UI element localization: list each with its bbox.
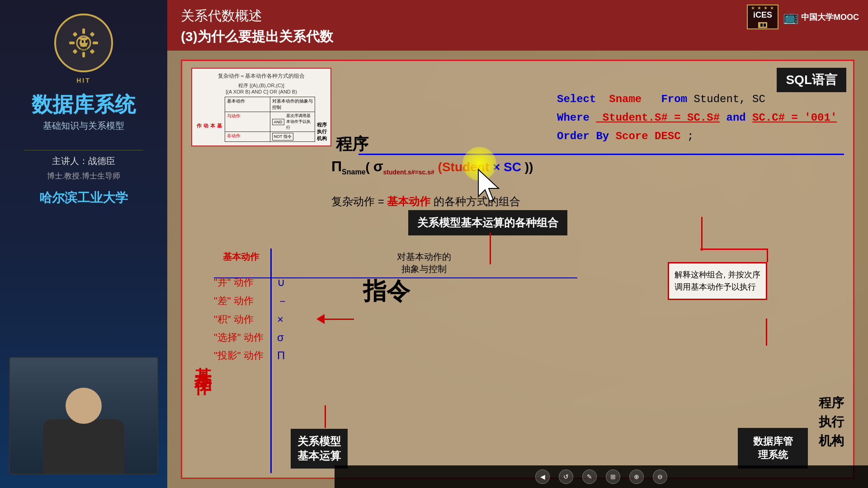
divider-1 [24,150,143,150]
person-silhouette [43,388,124,474]
sidebar: 1920 HIT 数据库系统 基础知识与关系模型 主讲人：战德臣 博士.教授.博… [0,0,167,488]
arrowhead-left-1 [316,314,325,324]
instructor-label: 主讲人：战德臣 [52,155,115,167]
sql-badge: SQL语言 [777,68,846,92]
camera-feed [9,357,158,474]
rel-model-bottom-box: 关系模型基本运算 [291,429,348,469]
sidebar-title-main: 数据库系统 [32,93,136,116]
table-headers: 基本动作 对基本动作的抽象与控制 [214,249,577,278]
red-vert-line-bottom [325,405,326,428]
svg-rect-5 [93,42,98,44]
action-row-3: "积" 动作 × [214,313,577,326]
content-header: 关系代数概述 (3)为什么要提出关系代数 ★ ★ ★ ★ iCES 📺 中国大学… [167,0,868,51]
control-bar: ◀ ↺ ✎ ⊞ ⊕ ⊖ [335,465,868,488]
logo-circle: 1920 [54,14,113,72]
grid-btn[interactable]: ⊞ [606,469,620,484]
sql-select-line: Select Sname From Student, SC [557,90,846,109]
top-right-vert-line [767,249,768,262]
bottom-flowchart: 基本动作 基本动作 对基本动作的抽象与控制 "并" 动作 ∪ [187,249,849,473]
instruction-label: 指令 [363,276,410,307]
svg-rect-4 [69,42,75,44]
ices-stars: ★ ★ ★ ★ [751,5,774,10]
tv-icon: 📺 [783,9,799,24]
prev-btn[interactable]: ◀ [535,469,550,484]
mooc-container: 📺 中国大学MOOC [783,9,859,24]
explainer-box: 解释这种组合, 并按次序调用基本动作予以执行 [668,262,767,300]
ices-logo-box: ★ ★ ★ ★ iCES [747,5,778,29]
col2-header: 对基本动作的抽象与控制 [270,249,577,277]
prog-exec-label: 程序执行机构 [819,394,844,450]
edit-btn[interactable]: ✎ [582,469,597,484]
svg-rect-9 [90,49,94,54]
top-horiz-red-line [700,249,768,250]
svg-marker-18 [478,169,499,201]
svg-rect-17 [764,23,766,27]
sidebar-title-sub: 基础知识与关系模型 [43,120,124,132]
university-name: 哈尔滨工业大学 [39,189,128,206]
refresh-btn[interactable]: ↺ [559,469,573,484]
person-video [10,358,157,474]
zoom-in-btn[interactable]: ⊕ [629,469,644,484]
svg-rect-2 [82,28,85,34]
action-row-4: "选择" 动作 σ [214,331,577,344]
ices-container: ★ ★ ★ ★ iCES 📺 中国大学MOOC [747,5,859,29]
logo-area: 1920 HIT [54,14,113,84]
zoom-out-btn[interactable]: ⊖ [653,469,667,484]
ices-text: iCES [753,10,772,20]
svg-rect-11 [79,38,88,39]
sql-orderby-line: Order By Score DESC ; [557,127,846,146]
svg-rect-12 [82,40,84,43]
svg-rect-6 [72,32,77,37]
program-label: 程序 [336,133,368,155]
header-title-sub: (3)为什么要提出关系代数 [181,28,854,46]
sql-text: Select Sname From Student, SC Where Stud… [557,90,846,145]
db-mgmt-box: 数据库管理系统 [738,428,808,469]
person-head [66,388,102,424]
action-row-5: "投影" 动作 Π [214,349,577,362]
hit-logo-icon: 1920 [66,25,102,61]
slide-box: 复杂动作＝基本动作各种方式的组合 程序 [(A),(B),OR,(C)] [(A… [181,60,854,479]
mini-diagram-title: 复杂动作＝基本动作各种方式的组合 [196,72,327,80]
svg-rect-3 [82,52,85,57]
sql-where-line: Where Student.S# = SC.S# and SC.C# = '00… [557,109,846,127]
person-body [43,419,124,474]
svg-rect-16 [760,23,763,27]
program-divider-line [359,154,844,155]
mooc-text: 中国大学MOOC [801,12,859,23]
svg-rect-8 [72,49,77,54]
col1-header: 基本动作 [214,249,268,277]
instructor-title: 博士.教授.博士生导师 [47,171,120,181]
mini-diagram: 复杂动作＝基本动作各种方式的组合 程序 [(A),(B),OR,(C)] [(A… [191,68,331,146]
svg-rect-7 [90,32,94,37]
svg-text:1920: 1920 [80,47,87,50]
sql-code-block: Select Sname From Student, SC Where Stud… [557,90,846,145]
main-content: 关系代数概述 (3)为什么要提出关系代数 ★ ★ ★ ★ iCES 📺 中国大学… [167,0,868,488]
building-icon [756,20,769,28]
hit-text: HIT [76,77,91,84]
cursor-arrow [476,167,503,205]
connecting-vert-line [701,217,703,251]
slide-area: 复杂动作＝基本动作各种方式的组合 程序 [(A),(B),OR,(C)] [(A… [167,51,868,488]
basic-actions-vert-label: 基本动作 [191,249,214,473]
svg-rect-13 [85,40,87,43]
relational-model-ops-box: 关系模型基本运算的各种组合 [408,210,567,235]
explainer-to-db-line [766,319,767,346]
